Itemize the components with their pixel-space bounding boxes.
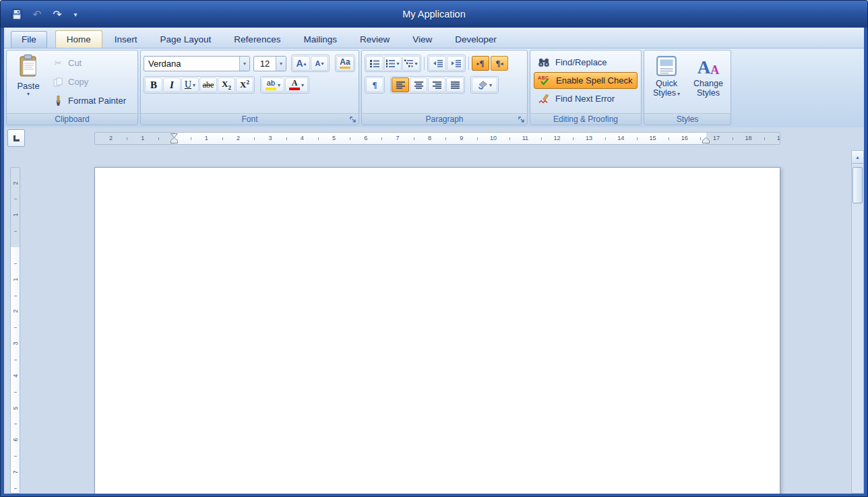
tab-view[interactable]: View xyxy=(402,31,443,48)
tab-file[interactable]: File xyxy=(11,31,47,48)
find-next-error-button[interactable]: Find Next Error xyxy=(534,90,638,107)
shading-button[interactable]: ▾ xyxy=(472,77,497,92)
quick-styles-label: Quick Styles▾ xyxy=(648,79,685,98)
justify-button[interactable] xyxy=(446,77,464,92)
clear-formatting-button[interactable]: Aa xyxy=(336,56,354,71)
undo-button[interactable]: ↶ xyxy=(30,7,44,21)
scroll-up-button[interactable]: ▲ xyxy=(852,151,863,164)
highlight-glyph: ab xyxy=(266,79,276,90)
align-right-button[interactable] xyxy=(428,77,445,92)
tab-stop-selector[interactable] xyxy=(7,129,25,147)
ruler-number: 1 xyxy=(140,135,146,141)
triangle-left-icon: ◂ xyxy=(501,61,503,67)
show-paragraph-marks-button[interactable]: ¶ xyxy=(366,77,383,92)
underline-button[interactable]: U ▾ xyxy=(181,77,199,92)
align-right-icon xyxy=(433,81,441,89)
ribbon-tab-row: File Home Insert Page Layout References … xyxy=(4,28,864,48)
window-client-area: File Home Insert Page Layout References … xyxy=(1,28,867,496)
font-color-button[interactable]: A ▾ xyxy=(285,77,308,92)
numbering-button[interactable]: ▾ xyxy=(384,56,402,71)
paragraph-group-label: Paragraph xyxy=(425,114,463,124)
tab-stop-icon xyxy=(13,135,20,141)
highlight-color-button[interactable]: ab ▾ xyxy=(261,77,284,92)
document-page[interactable] xyxy=(94,167,780,494)
chevron-down-icon: ▾ xyxy=(489,82,492,88)
align-left-button[interactable] xyxy=(392,77,409,92)
tab-home[interactable]: Home xyxy=(55,30,102,48)
chevron-down-icon[interactable]: ▾ xyxy=(239,57,249,71)
format-painter-icon xyxy=(52,96,64,106)
bullets-button[interactable] xyxy=(366,56,383,71)
ruler-number: 12 xyxy=(554,135,561,141)
shrink-font-button[interactable]: A ▾ xyxy=(311,56,328,71)
format-painter-button[interactable]: Format Painter xyxy=(50,92,135,109)
ruler-tick xyxy=(191,137,191,140)
right-indent-marker[interactable] xyxy=(702,137,710,143)
increase-indent-button[interactable] xyxy=(447,56,464,71)
horizontal-ruler[interactable]: 2112345678910111213141516171819 xyxy=(94,132,780,145)
ruler-number: 9 xyxy=(458,135,465,141)
clipboard-group-label: Clipboard xyxy=(7,113,137,125)
pilcrow-icon: ¶ xyxy=(372,79,377,90)
decrease-indent-button[interactable] xyxy=(429,56,446,71)
chevron-down-icon[interactable]: ▾ xyxy=(276,57,286,71)
cut-button[interactable]: ✂ Cut xyxy=(50,55,135,71)
vertical-ruler[interactable]: 211234567 xyxy=(10,167,20,494)
ruler-tick xyxy=(414,137,414,140)
grow-font-button[interactable]: A ▴ xyxy=(292,56,310,71)
indent-strip xyxy=(427,55,466,72)
cut-label: Cut xyxy=(68,58,82,68)
right-to-left-direction-button[interactable]: ¶ ◂ xyxy=(491,56,508,71)
change-styles-button[interactable]: AA Change Styles xyxy=(689,53,728,111)
bold-button[interactable]: B xyxy=(145,77,162,92)
ruler-tick xyxy=(14,456,17,457)
subscript-button[interactable]: X2 xyxy=(218,77,235,92)
font-size-combo[interactable]: 12 ▾ xyxy=(253,56,286,71)
vertical-scrollbar[interactable]: ▲ xyxy=(851,150,864,494)
tab-page-layout[interactable]: Page Layout xyxy=(150,31,222,48)
ruler-number: 13 xyxy=(586,135,592,141)
font-dialog-launcher[interactable] xyxy=(348,115,357,124)
superscript-button[interactable]: X2 xyxy=(236,77,253,92)
tab-insert[interactable]: Insert xyxy=(104,31,148,48)
styles-group-label: Styles xyxy=(644,113,731,125)
font-name-value: Verdana xyxy=(144,59,239,69)
tab-mailings[interactable]: Mailings xyxy=(292,31,348,48)
justify-icon xyxy=(451,81,460,89)
ruler-number: 1 xyxy=(12,275,19,284)
copy-button[interactable]: Copy xyxy=(50,73,135,90)
multilevel-list-button[interactable]: ▾ xyxy=(402,56,420,71)
find-replace-button[interactable]: Find/Replace xyxy=(534,54,638,71)
superscript-glyph: X2 xyxy=(240,79,249,90)
italic-button[interactable]: I xyxy=(163,77,181,92)
clear-formatting-strip: Aa xyxy=(335,55,355,72)
tab-developer[interactable]: Developer xyxy=(444,31,507,48)
quick-styles-button[interactable]: Quick Styles▾ xyxy=(647,53,686,111)
scrollbar-thumb[interactable] xyxy=(852,167,863,203)
ruler-tick xyxy=(669,137,669,140)
document-area: 211234567 ▲ xyxy=(4,149,864,494)
cut-icon: ✂ xyxy=(52,58,64,68)
redo-button[interactable]: ↷ xyxy=(51,7,64,21)
paste-button[interactable]: Paste ▾ xyxy=(9,53,47,111)
tab-references[interactable]: References xyxy=(223,31,291,48)
show-marks-strip: ¶ xyxy=(365,76,385,94)
ruler-number: 11 xyxy=(522,135,528,141)
tab-review[interactable]: Review xyxy=(349,31,400,48)
qat-customize-chevron-icon[interactable]: ▾ xyxy=(71,7,80,21)
format-painter-label: Format Painter xyxy=(68,96,126,106)
font-name-combo[interactable]: Verdana ▾ xyxy=(144,56,250,71)
left-to-right-direction-button[interactable]: ▸ ¶ xyxy=(472,56,489,71)
numbering-icon xyxy=(386,59,395,67)
enable-spell-check-button[interactable]: ABC Enable Spell Check xyxy=(534,72,638,89)
align-center-button[interactable] xyxy=(410,77,427,92)
chevron-down-icon: ▾ xyxy=(414,61,417,67)
ruler-number: 17 xyxy=(713,135,720,141)
strikethrough-button[interactable]: abe xyxy=(199,77,217,92)
ruler-number: 19 xyxy=(777,135,780,141)
font-color-strip: ab ▾ A ▾ xyxy=(260,76,309,94)
paragraph-dialog-launcher[interactable] xyxy=(517,115,526,124)
binoculars-icon xyxy=(537,58,551,67)
save-button[interactable] xyxy=(10,7,24,21)
hanging-indent-marker[interactable] xyxy=(170,137,178,143)
